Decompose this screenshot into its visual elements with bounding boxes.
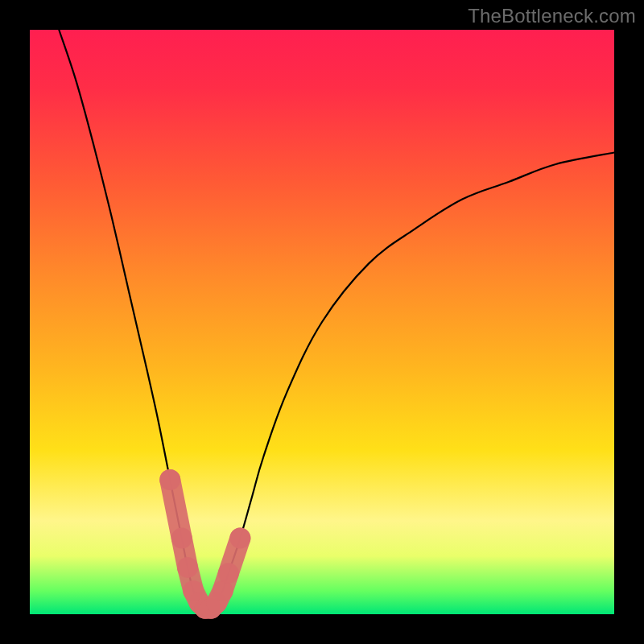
outer-frame: TheBottleneck.com	[0, 0, 644, 644]
svg-point-9	[218, 563, 239, 584]
svg-point-10	[229, 528, 250, 549]
trough-marker	[159, 469, 250, 619]
chart-plot-area	[30, 30, 614, 614]
svg-point-2	[177, 557, 198, 578]
bottleneck-curve-line	[59, 30, 614, 609]
svg-point-0	[159, 469, 180, 490]
watermark-text: TheBottleneck.com	[468, 5, 636, 27]
svg-point-1	[171, 528, 192, 549]
chart-svg	[30, 30, 614, 614]
